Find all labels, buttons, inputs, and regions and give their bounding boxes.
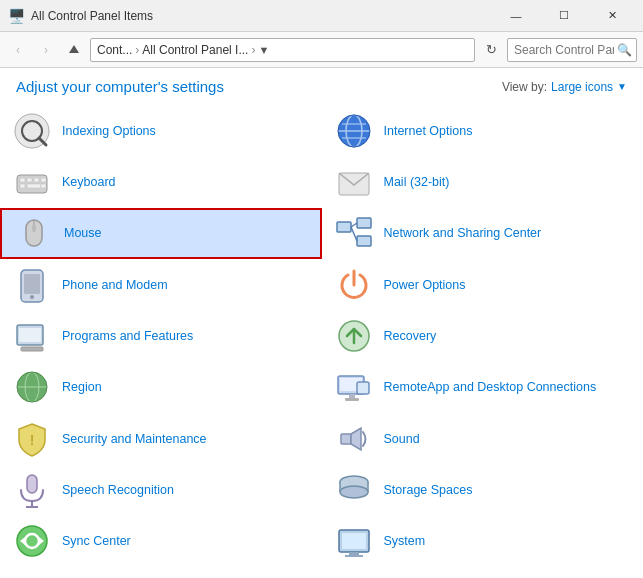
item-label-system: System bbox=[384, 533, 426, 549]
forward-button[interactable]: › bbox=[34, 38, 58, 62]
svg-line-25 bbox=[351, 223, 357, 227]
svg-rect-31 bbox=[19, 328, 41, 342]
item-label-recovery: Recovery bbox=[384, 328, 437, 344]
mouse-icon bbox=[14, 213, 54, 253]
svg-rect-41 bbox=[349, 394, 355, 398]
svg-rect-59 bbox=[342, 533, 366, 549]
grid-item-sound[interactable]: Sound bbox=[322, 413, 644, 464]
grid-item-network-sharing[interactable]: Network and Sharing Center bbox=[322, 208, 644, 259]
svg-rect-24 bbox=[357, 236, 371, 246]
svg-rect-42 bbox=[345, 398, 359, 401]
svg-rect-17 bbox=[41, 184, 46, 188]
main-header: Adjust your computer's settings View by:… bbox=[0, 68, 643, 101]
item-label-sync-center: Sync Center bbox=[62, 533, 131, 549]
svg-rect-28 bbox=[24, 274, 40, 294]
items-container: Indexing OptionsInternet OptionsKeyboard… bbox=[0, 101, 643, 571]
svg-rect-16 bbox=[27, 184, 41, 188]
title-bar: 🖥️ All Control Panel Items — ☐ ✕ bbox=[0, 0, 643, 32]
keyboard-icon bbox=[12, 162, 52, 202]
window-controls: — ☐ ✕ bbox=[493, 0, 635, 32]
svg-rect-15 bbox=[20, 184, 25, 188]
breadcrumb-dropdown[interactable]: ▼ bbox=[258, 44, 269, 56]
grid-item-mail[interactable]: Mail (32-bit) bbox=[322, 156, 644, 207]
internet-icon bbox=[334, 111, 374, 151]
up-button[interactable] bbox=[62, 38, 86, 62]
breadcrumb-arrow1: › bbox=[135, 43, 139, 57]
breadcrumb-arrow2: › bbox=[251, 43, 255, 57]
svg-rect-32 bbox=[21, 347, 43, 351]
svg-line-26 bbox=[351, 227, 357, 241]
svg-rect-22 bbox=[337, 222, 351, 232]
grid-item-remoteapp[interactable]: RemoteApp and Desktop Connections bbox=[322, 362, 644, 413]
breadcrumb-part1: Cont... bbox=[97, 43, 132, 57]
item-label-region: Region bbox=[62, 379, 102, 395]
view-by-value[interactable]: Large icons bbox=[551, 80, 613, 94]
phone-icon bbox=[12, 265, 52, 305]
item-label-mail: Mail (32-bit) bbox=[384, 174, 450, 190]
grid-item-power-options[interactable]: Power Options bbox=[322, 259, 644, 310]
indexing-icon bbox=[12, 111, 52, 151]
back-button[interactable]: ‹ bbox=[6, 38, 30, 62]
page-title: Adjust your computer's settings bbox=[16, 78, 224, 95]
items-grid: Indexing OptionsInternet OptionsKeyboard… bbox=[0, 101, 643, 571]
item-label-security-maintenance: Security and Maintenance bbox=[62, 431, 207, 447]
grid-item-security-maintenance[interactable]: !Security and Maintenance bbox=[0, 413, 322, 464]
svg-rect-13 bbox=[34, 178, 39, 182]
search-wrapper: 🔍 bbox=[507, 38, 637, 62]
item-label-sound: Sound bbox=[384, 431, 420, 447]
address-path[interactable]: Cont... › All Control Panel I... › ▼ bbox=[90, 38, 475, 62]
storage-icon bbox=[334, 470, 374, 510]
item-label-storage-spaces: Storage Spaces bbox=[384, 482, 473, 498]
svg-rect-47 bbox=[27, 475, 37, 493]
grid-item-recovery[interactable]: Recovery bbox=[322, 310, 644, 361]
item-label-programs-features: Programs and Features bbox=[62, 328, 193, 344]
item-label-power-options: Power Options bbox=[384, 277, 466, 293]
svg-marker-46 bbox=[351, 428, 361, 450]
grid-item-sync-center[interactable]: Sync Center bbox=[0, 516, 322, 567]
grid-item-storage-spaces[interactable]: Storage Spaces bbox=[322, 464, 644, 515]
grid-item-mouse[interactable]: Mouse bbox=[0, 208, 322, 259]
power-icon bbox=[334, 265, 374, 305]
grid-item-programs-features[interactable]: Programs and Features bbox=[0, 310, 322, 361]
region-icon bbox=[12, 367, 52, 407]
item-label-internet-options: Internet Options bbox=[384, 123, 473, 139]
svg-point-21 bbox=[32, 224, 36, 232]
mail-icon bbox=[334, 162, 374, 202]
svg-rect-45 bbox=[341, 434, 351, 444]
sync-icon bbox=[12, 521, 52, 561]
svg-rect-43 bbox=[357, 382, 369, 394]
grid-item-indexing-options[interactable]: Indexing Options bbox=[0, 105, 322, 156]
view-by-control: View by: Large icons ▼ bbox=[502, 80, 627, 94]
speech-icon bbox=[12, 470, 52, 510]
address-bar: ‹ › Cont... › All Control Panel I... › ▼… bbox=[0, 32, 643, 68]
close-button[interactable]: ✕ bbox=[589, 0, 635, 32]
title-bar-title: All Control Panel Items bbox=[31, 9, 153, 23]
view-by-label: View by: bbox=[502, 80, 547, 94]
grid-item-system[interactable]: System bbox=[322, 516, 644, 567]
search-input[interactable] bbox=[507, 38, 637, 62]
breadcrumb-part2: All Control Panel I... bbox=[142, 43, 248, 57]
maximize-button[interactable]: ☐ bbox=[541, 0, 587, 32]
item-label-mouse: Mouse bbox=[64, 225, 102, 241]
svg-rect-12 bbox=[27, 178, 32, 182]
refresh-button[interactable]: ↻ bbox=[479, 38, 503, 62]
svg-text:!: ! bbox=[30, 432, 35, 448]
grid-item-region[interactable]: Region bbox=[0, 362, 322, 413]
grid-item-speech-recognition[interactable]: Speech Recognition bbox=[0, 464, 322, 515]
security-icon: ! bbox=[12, 419, 52, 459]
recovery-icon bbox=[334, 316, 374, 356]
titlebar-icon: 🖥️ bbox=[8, 8, 25, 24]
svg-point-29 bbox=[30, 295, 34, 299]
item-label-phone-modem: Phone and Modem bbox=[62, 277, 168, 293]
grid-item-phone-modem[interactable]: Phone and Modem bbox=[0, 259, 322, 310]
item-label-network-sharing: Network and Sharing Center bbox=[384, 225, 542, 241]
minimize-button[interactable]: — bbox=[493, 0, 539, 32]
item-label-indexing-options: Indexing Options bbox=[62, 123, 156, 139]
grid-item-keyboard[interactable]: Keyboard bbox=[0, 156, 322, 207]
svg-rect-23 bbox=[357, 218, 371, 228]
svg-rect-11 bbox=[20, 178, 25, 182]
grid-item-internet-options[interactable]: Internet Options bbox=[322, 105, 644, 156]
system-icon bbox=[334, 521, 374, 561]
item-label-keyboard: Keyboard bbox=[62, 174, 116, 190]
view-by-arrow[interactable]: ▼ bbox=[617, 81, 627, 92]
